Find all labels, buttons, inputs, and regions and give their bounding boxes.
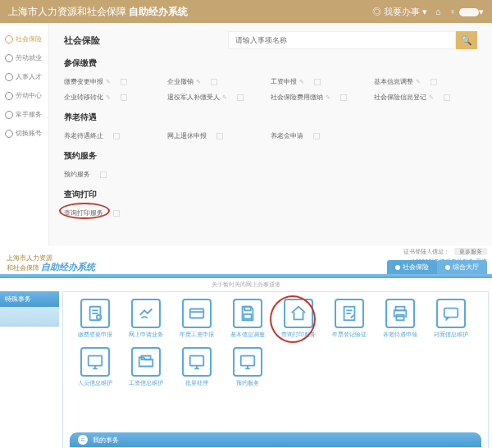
save-icon	[233, 299, 262, 328]
link-query-print[interactable]: 查询打印服务	[64, 205, 167, 221]
screen-icon	[182, 347, 212, 377]
section-yuyue: 预约服务	[64, 150, 477, 162]
lower-panel: 上海市人力资源 和社会保障 自助经办系统 证书登陆人信息： 更多服务 12333…	[0, 246, 492, 448]
upper-panel: 社会保险 劳动就业 人事人才 劳动中心 常手服务 切换账号 社会保险 🔍 参保缴…	[0, 23, 492, 246]
sidebar-item-3[interactable]: 劳动中心	[0, 86, 48, 105]
tile-label: 年票登记验证	[332, 331, 367, 339]
link-item[interactable]: 社会保险费用缴纳✎	[271, 89, 374, 105]
card-icon	[182, 299, 212, 328]
footer-icon: ≡	[78, 435, 88, 445]
service-tile-screen[interactable]: 预约服务	[222, 347, 273, 387]
blue-header: 上海市人力资源 和社会保障 自助经办系统 证书登陆人信息： 更多服务 12333…	[0, 246, 492, 274]
search-button[interactable]: 🔍	[456, 31, 477, 49]
link-item[interactable]: 缴费变更申报✎	[64, 74, 167, 89]
sidebar-item-4[interactable]: 常手服务	[0, 105, 48, 124]
left-sidebar: 社会保险 劳动就业 人事人才 劳动中心 常手服务 切换账号	[0, 23, 49, 246]
tile-label: 养老待遇申领	[383, 331, 417, 339]
app-subtitle: 自助经办系统	[129, 5, 188, 19]
screen-icon	[80, 347, 110, 377]
section-yanglao: 养老待遇	[64, 112, 477, 123]
service-tile-card[interactable]: 年度工资申报	[171, 299, 222, 339]
service-tile-hand[interactable]: 网上申请业务	[121, 299, 171, 339]
screen-icon	[233, 347, 262, 377]
search-input[interactable]	[228, 31, 456, 49]
top-header: 上海市人力资源和社会保障 自助经办系统 ◎ 我要办事 ▾ ⌂ ♀▾	[0, 0, 492, 23]
footer-bar[interactable]: ≡ 我的事务	[70, 432, 481, 447]
sidebar-item-5[interactable]: 切换账号	[0, 124, 48, 143]
tile-label: 预约服务	[236, 379, 259, 387]
link-item[interactable]: 基本信息调整✎	[374, 74, 477, 89]
app-title: 上海市人力资源和社会保障	[8, 5, 126, 19]
service-tile-save[interactable]: 基本信息调整	[222, 299, 273, 339]
main-content: 社会保险 🔍 参保缴费 缴费变更申报✎ 企业撤销✎ 工资申报✎ 基本信息调整✎ …	[49, 23, 492, 246]
blue-logo: 上海市人力资源 和社会保障 自助经办系统	[7, 254, 95, 272]
svg-rect-14	[444, 309, 458, 318]
workspace-main: 缴费变更申报网上申请业务年度工资申报基本信息调整查询打印服务年票登记验证养老待遇…	[62, 291, 489, 448]
svg-rect-6	[244, 307, 250, 311]
tile-label: 年度工资申报	[180, 331, 214, 339]
user-menu[interactable]: ◎ 我要办事 ▾	[372, 6, 427, 18]
svg-rect-4	[190, 309, 204, 318]
svg-rect-22	[241, 356, 255, 366]
tile-label: 人员信息维护	[78, 379, 112, 387]
ws-side-item[interactable]	[0, 307, 59, 327]
link-item[interactable]: 退役军人补缴受人✎	[167, 89, 271, 105]
link-item[interactable]: 企业转移转化✎	[64, 89, 167, 105]
link-item[interactable]: 预约服务	[64, 167, 167, 182]
service-tile-print[interactable]: 养老待遇申领	[375, 299, 426, 339]
service-tile-note[interactable]: 年票登记验证	[324, 299, 375, 339]
tab-hall[interactable]: 综合大厅	[437, 260, 487, 274]
profile-icon[interactable]: ♀▾	[449, 7, 484, 17]
sidebar-item-2[interactable]: 人事人才	[0, 67, 48, 86]
link-item[interactable]: 养老待遇终止	[64, 128, 167, 144]
service-tile-screen[interactable]: 人员信息维护	[70, 347, 121, 387]
svg-rect-15	[89, 356, 102, 366]
service-tile-home[interactable]: 查询打印服务	[273, 299, 324, 339]
print-icon	[385, 299, 415, 328]
tile-label: 基本信息调整	[230, 331, 265, 339]
hand-icon	[131, 299, 161, 328]
edit-icon: ✎	[106, 79, 111, 85]
more-link[interactable]: 更多服务	[454, 248, 487, 255]
svg-rect-19	[190, 356, 204, 366]
link-item[interactable]: 企业撤销✎	[167, 74, 271, 89]
page-title: 社会保险	[64, 34, 228, 47]
home-icon	[284, 299, 313, 328]
checkbox-icon	[121, 79, 127, 85]
home-icon[interactable]: ⌂	[435, 7, 441, 16]
service-tile-doc[interactable]: 缴费变更申报	[70, 299, 121, 339]
sidebar-item-1[interactable]: 劳动就业	[0, 48, 48, 67]
section-chaxun: 查询打印	[64, 189, 477, 200]
sidebar-item-0[interactable]: 社会保险	[0, 30, 48, 48]
svg-rect-7	[244, 314, 251, 319]
icon-grid: 缴费变更申报网上申请业务年度工资申报基本信息调整查询打印服务年票登记验证养老待遇…	[70, 299, 481, 395]
note-icon	[335, 299, 364, 328]
service-tile-chat[interactable]: 封面信息维护	[426, 299, 476, 339]
workspace-sidebar: 特殊事务	[0, 291, 59, 448]
link-item[interactable]: 养老金申请	[271, 128, 374, 144]
service-tile-folder[interactable]: 工资信息维护	[121, 347, 171, 387]
section-canbao: 参保缴费	[64, 57, 477, 69]
link-item[interactable]: 工资申报✎	[271, 74, 374, 89]
tile-label: 缴费变更申报	[78, 331, 112, 339]
svg-point-3	[97, 315, 102, 320]
ws-side-title: 特殊事务	[0, 291, 59, 307]
link-item[interactable]: 网上退休申报	[167, 128, 271, 144]
tab-social-insurance[interactable]: 社会保险	[387, 260, 437, 274]
doc-icon	[80, 299, 110, 328]
chat-icon	[436, 299, 466, 328]
notice-bar: 关于暂时关闭网上办事通道	[0, 278, 492, 291]
tile-label: 封面信息维护	[434, 331, 468, 339]
tile-label: 网上申请业务	[129, 331, 163, 339]
tile-label: 批量处理	[185, 379, 208, 387]
service-tile-screen[interactable]: 批量处理	[171, 347, 222, 387]
tile-label: 工资信息维护	[129, 379, 163, 387]
tile-label: 查询打印服务	[281, 331, 316, 339]
link-item[interactable]: 社会保险信息登记✎	[374, 89, 477, 105]
folder-icon	[131, 347, 161, 377]
